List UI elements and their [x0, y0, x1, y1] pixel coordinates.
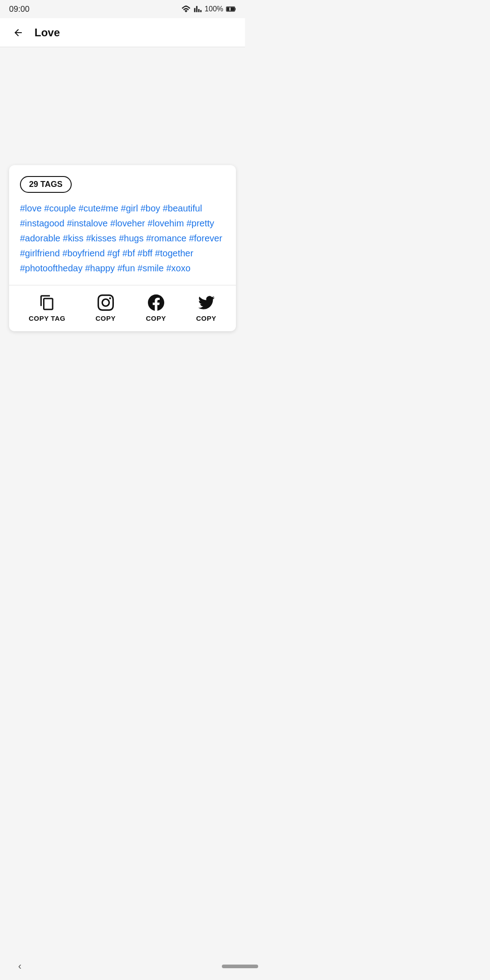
copy-twitter-label: COPY	[196, 314, 216, 322]
back-arrow-icon	[13, 27, 24, 38]
svg-rect-1	[235, 8, 235, 10]
tag-card: 29 TAGS #love #couple #cute#me #girl #bo…	[9, 165, 236, 331]
page-title: Love	[34, 26, 60, 39]
signal-icon	[194, 5, 202, 13]
copy-tag-button[interactable]: COPY TAG	[29, 294, 65, 322]
instagram-icon	[98, 294, 114, 311]
copy-facebook-button[interactable]: COPY	[146, 294, 166, 322]
copy-instagram-label: COPY	[96, 314, 116, 322]
copy-icon	[39, 294, 55, 311]
wifi-icon	[181, 5, 191, 13]
tag-card-body: 29 TAGS #love #couple #cute#me #girl #bo…	[9, 165, 236, 285]
svg-rect-3	[230, 8, 231, 11]
copy-facebook-label: COPY	[146, 314, 166, 322]
main-content: 29 TAGS #love #couple #cute#me #girl #bo…	[0, 47, 245, 349]
tags-text: #love #couple #cute#me #girl #boy #beaut…	[20, 201, 225, 276]
tags-count-badge: 29 TAGS	[20, 176, 72, 193]
action-bar: COPY TAG COPY COPY COPY	[9, 285, 236, 331]
back-button[interactable]	[9, 24, 27, 42]
copy-twitter-button[interactable]: COPY	[196, 294, 216, 322]
battery-text: 100%	[205, 5, 223, 13]
copy-tag-label: COPY TAG	[29, 314, 65, 322]
twitter-icon	[198, 294, 215, 311]
status-bar: 09:00 100%	[0, 0, 245, 18]
copy-instagram-button[interactable]: COPY	[96, 294, 116, 322]
battery-icon	[226, 6, 236, 12]
facebook-icon	[148, 294, 164, 311]
ad-space	[9, 56, 236, 156]
status-icons: 100%	[181, 5, 236, 13]
status-time: 09:00	[9, 5, 29, 14]
top-nav: Love	[0, 18, 245, 47]
